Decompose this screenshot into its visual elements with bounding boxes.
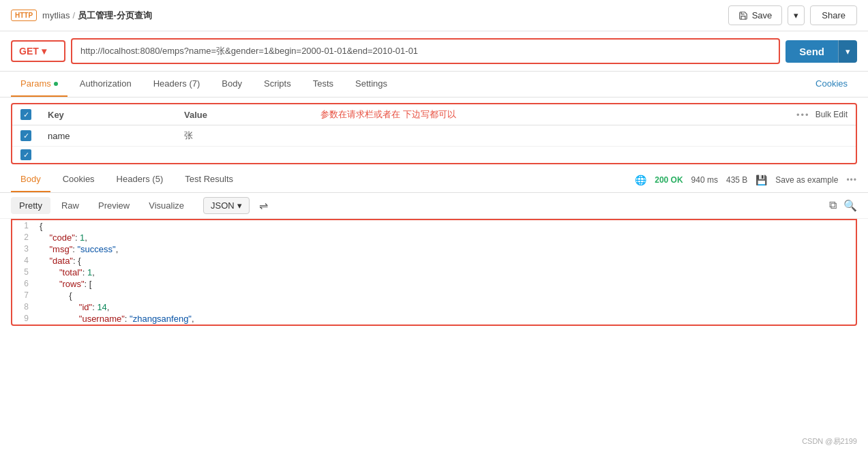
line-number: 7 xyxy=(12,290,40,300)
tab-test-results[interactable]: Test Results xyxy=(175,167,243,192)
line-content: "msg": "success", xyxy=(40,244,856,254)
code-tab-raw[interactable]: Raw xyxy=(53,197,87,214)
code-icons: ⧉ 🔍 xyxy=(829,199,857,212)
line-number: 2 xyxy=(12,232,40,242)
annotation-cell: 参数在请求栏或者在 下边写都可以 xyxy=(320,108,738,121)
url-bar: GET ▾ http://localhost:8080/emps?name=张&… xyxy=(0,31,868,72)
filter-icon[interactable]: ⇌ xyxy=(259,199,268,212)
send-button[interactable]: Send xyxy=(785,40,838,63)
tab-scripts[interactable]: Scripts xyxy=(254,72,301,97)
line-content: "id": 14, xyxy=(40,302,856,312)
tab-tests[interactable]: Tests xyxy=(303,72,343,97)
code-line: 9 "username": "zhangsanfeng", xyxy=(12,313,856,325)
method-label: GET xyxy=(19,46,39,57)
params-dot xyxy=(54,82,58,86)
breadcrumb-current: 员工管理-分页查询 xyxy=(78,10,151,22)
tab-body[interactable]: Body xyxy=(212,72,252,97)
tab-params[interactable]: Params xyxy=(11,72,68,97)
http-badge: HTTP xyxy=(11,10,37,21)
code-line: 2 "code": 1, xyxy=(12,232,856,243)
line-number: 3 xyxy=(12,244,40,254)
code-line: 5 "total": 1, xyxy=(12,267,856,278)
line-number: 6 xyxy=(12,279,40,288)
tab-settings[interactable]: Settings xyxy=(346,72,397,97)
code-line: 7 { xyxy=(12,290,856,301)
code-line: 8 "id": 14, xyxy=(12,301,856,313)
more-options-icon[interactable]: ••• xyxy=(796,110,810,120)
row-key[interactable]: name xyxy=(48,131,184,141)
save-example-label[interactable]: Save as example xyxy=(775,175,838,185)
col-value-header: Value xyxy=(184,110,320,120)
annotation-text: 参数在请求栏或者在 下边写都可以 xyxy=(320,109,456,119)
code-tab-preview[interactable]: Preview xyxy=(90,197,138,214)
response-status-area: 🌐 200 OK 940 ms 435 B 💾 Save as example … xyxy=(635,175,857,185)
breadcrumb-separator: / xyxy=(73,10,76,20)
code-tab-pretty[interactable]: Pretty xyxy=(11,197,50,214)
more-options-response[interactable]: ••• xyxy=(846,175,857,185)
share-button[interactable]: Share xyxy=(810,5,857,25)
line-number: 1 xyxy=(12,221,40,230)
save-button[interactable]: Save xyxy=(728,5,783,25)
status-code: 200 OK xyxy=(655,175,683,185)
method-chevron: ▾ xyxy=(42,46,46,57)
breadcrumb: mytlias / 员工管理-分页查询 xyxy=(42,10,151,22)
code-tab-visualize[interactable]: Visualize xyxy=(140,197,192,214)
code-line: 3 "msg": "success", xyxy=(12,243,856,255)
line-content: "username": "zhangsanfeng", xyxy=(40,314,856,324)
row-checkbox[interactable]: ✓ xyxy=(20,130,31,141)
tab-response-cookies[interactable]: Cookies xyxy=(53,167,104,192)
empty-row: ✓ xyxy=(12,147,856,163)
param-row-1: ✓ name 张 xyxy=(12,125,856,147)
tab-headers[interactable]: Headers (7) xyxy=(144,72,210,97)
save-icon-response: 💾 xyxy=(755,175,767,185)
request-tabs-row: Params Authorization Headers (7) Body Sc… xyxy=(0,72,868,97)
line-number: 5 xyxy=(12,267,40,277)
code-lines: 1{2 "code": 1,3 "msg": "success",4 "data… xyxy=(12,220,856,325)
row-value[interactable]: 张 xyxy=(184,130,320,142)
bulk-edit-area: ••• Bulk Edit xyxy=(738,110,848,120)
line-number: 9 xyxy=(12,314,40,323)
breadcrumb-root[interactable]: mytlias xyxy=(42,10,70,20)
line-content: { xyxy=(40,290,856,301)
top-bar-right: Save ▾ Share xyxy=(728,5,857,25)
tab-authorization[interactable]: Authorization xyxy=(70,72,141,97)
header-checkbox[interactable]: ✓ xyxy=(20,109,31,120)
tab-response-headers[interactable]: Headers (5) xyxy=(107,167,173,192)
header-checkbox-col: ✓ xyxy=(20,109,48,120)
row-checkbox-col: ✓ xyxy=(20,130,48,141)
code-tabs-row: Pretty Raw Preview Visualize JSON ▾ ⇌ ⧉ … xyxy=(0,193,868,219)
save-dropdown-button[interactable]: ▾ xyxy=(788,5,805,25)
send-button-group: Send ▾ xyxy=(785,40,857,63)
method-select[interactable]: GET ▾ xyxy=(11,40,65,62)
bulk-edit-button[interactable]: Bulk Edit xyxy=(815,110,848,119)
line-content: "data": { xyxy=(40,256,856,266)
save-icon xyxy=(738,11,748,20)
line-content: "rows": [ xyxy=(40,279,856,289)
format-select[interactable]: JSON ▾ xyxy=(203,197,250,214)
line-content: "total": 1, xyxy=(40,267,856,277)
code-block: 1{2 "code": 1,3 "msg": "success",4 "data… xyxy=(11,219,857,326)
status-time: 940 ms xyxy=(691,175,718,185)
line-content: "code": 1, xyxy=(40,232,856,243)
tab-response-body[interactable]: Body xyxy=(11,167,50,192)
globe-icon: 🌐 xyxy=(635,175,646,185)
response-tabs-row: Body Cookies Headers (5) Test Results 🌐 … xyxy=(0,167,868,193)
line-number: 8 xyxy=(12,302,40,312)
line-number: 4 xyxy=(12,256,40,265)
url-input[interactable]: http://localhost:8080/emps?name=张&gender… xyxy=(71,38,780,64)
code-line: 6 "rows": [ xyxy=(12,278,856,290)
status-size: 435 B xyxy=(726,175,747,185)
code-line: 1{ xyxy=(12,220,856,232)
code-line: 4 "data": { xyxy=(12,255,856,267)
params-table: ✓ Key Value 参数在请求栏或者在 下边写都可以 ••• Bulk Ed… xyxy=(11,103,857,164)
copy-icon[interactable]: ⧉ xyxy=(829,199,837,212)
empty-row-checkbox[interactable]: ✓ xyxy=(20,149,31,160)
line-content: { xyxy=(40,221,856,231)
tab-cookies[interactable]: Cookies xyxy=(806,72,857,97)
send-dropdown-button[interactable]: ▾ xyxy=(838,40,857,63)
format-chevron: ▾ xyxy=(237,200,242,211)
params-header-row: ✓ Key Value 参数在请求栏或者在 下边写都可以 ••• Bulk Ed… xyxy=(12,104,856,125)
search-icon[interactable]: 🔍 xyxy=(843,199,857,212)
col-key-header: Key xyxy=(48,110,184,120)
top-bar-left: HTTP mytlias / 员工管理-分页查询 xyxy=(11,10,152,22)
